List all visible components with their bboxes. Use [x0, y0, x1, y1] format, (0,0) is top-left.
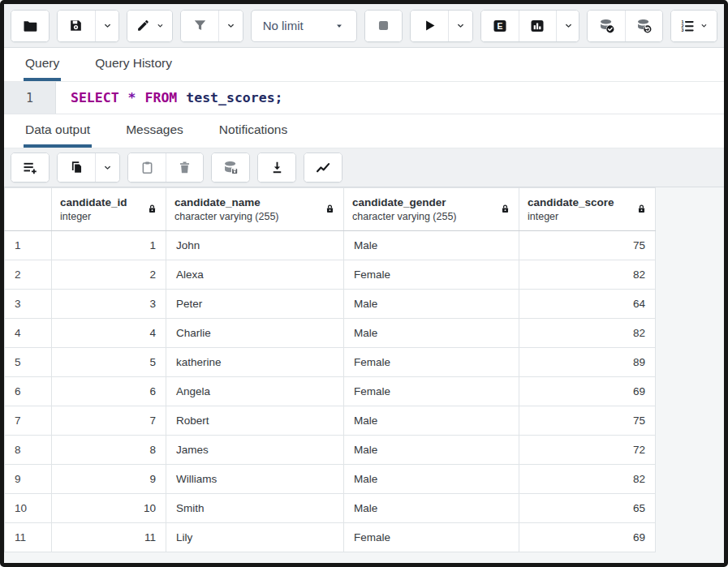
row-number-cell[interactable]: 8 [5, 436, 52, 465]
candidate-name-cell[interactable]: John [166, 231, 344, 260]
candidate-score-cell[interactable]: 69 [519, 377, 656, 406]
column-header-candidate-score[interactable]: candidate_score integer [519, 188, 656, 231]
table-row: 33PeterMale64 [5, 290, 656, 319]
candidate-score-cell[interactable]: 75 [519, 231, 656, 260]
row-number-cell[interactable]: 1 [5, 231, 52, 260]
column-header-candidate-name[interactable]: candidate_name character varying (255) [166, 188, 344, 231]
tab-query[interactable]: Query [24, 48, 61, 81]
tab-messages[interactable]: Messages [124, 114, 185, 148]
candidate-name-cell[interactable]: katherine [166, 348, 344, 377]
chevron-down-icon [226, 20, 236, 31]
candidate-gender-cell[interactable]: Female [344, 260, 519, 290]
paste-button[interactable] [128, 153, 166, 182]
candidate-score-cell[interactable]: 64 [519, 290, 656, 319]
candidate-score-cell[interactable]: 82 [519, 319, 656, 348]
execute-options-button[interactable] [448, 11, 472, 41]
candidate-gender-cell[interactable]: Male [344, 436, 519, 465]
open-file-button[interactable] [11, 11, 49, 41]
row-number-cell[interactable]: 4 [5, 319, 52, 348]
candidate-name-cell[interactable]: Williams [166, 465, 344, 494]
column-header-candidate-id[interactable]: candidate_id integer [52, 188, 166, 231]
candidate-score-cell[interactable]: 72 [519, 436, 656, 465]
candidate-id-cell[interactable]: 11 [52, 523, 166, 552]
candidate-gender-cell[interactable]: Male [344, 494, 519, 523]
row-number-cell[interactable]: 5 [5, 348, 52, 377]
candidate-name-cell[interactable]: Charlie [166, 319, 344, 348]
candidate-id-cell[interactable]: 2 [52, 260, 166, 290]
candidate-id-cell[interactable]: 3 [52, 290, 166, 319]
candidate-name-cell[interactable]: Alexa [166, 260, 344, 290]
row-number-cell[interactable]: 11 [5, 523, 52, 552]
column-name: candidate_name [174, 195, 279, 210]
row-number-cell[interactable]: 6 [5, 377, 52, 406]
copy-options-button[interactable] [95, 153, 119, 182]
filter-options-button[interactable] [218, 11, 243, 41]
candidate-id-cell[interactable]: 10 [52, 494, 166, 523]
clipboard-icon [140, 160, 155, 175]
tab-query-history[interactable]: Query History [93, 48, 174, 81]
save-button[interactable] [58, 11, 95, 41]
caret-down-icon [334, 20, 345, 32]
graph-visualiser-button[interactable] [304, 153, 342, 182]
execute-button[interactable] [411, 11, 448, 41]
candidate-gender-cell[interactable]: Male [344, 231, 519, 260]
candidate-score-cell[interactable]: 69 [519, 523, 656, 552]
candidate-id-cell[interactable]: 4 [52, 319, 166, 348]
candidate-id-cell[interactable]: 6 [52, 377, 166, 406]
candidate-name-cell[interactable]: Robert [166, 406, 344, 436]
macros-button[interactable]: 123 [671, 11, 717, 41]
candidate-name-cell[interactable]: Smith [166, 494, 344, 523]
row-limit-select[interactable]: No limit [251, 10, 357, 42]
candidate-gender-cell[interactable]: Female [344, 377, 519, 406]
edit-button[interactable] [127, 11, 172, 41]
table-row: 22AlexaFemale82 [5, 260, 656, 290]
select-all-corner[interactable] [5, 188, 52, 231]
candidate-gender-cell[interactable]: Male [344, 465, 519, 494]
candidate-id-cell[interactable]: 1 [52, 231, 166, 260]
candidate-name-cell[interactable]: Lily [166, 523, 344, 552]
candidate-id-cell[interactable]: 5 [52, 348, 166, 377]
explain-options-button[interactable] [556, 11, 580, 41]
sql-code-line[interactable]: SELECT * FROM test_scores; [56, 82, 283, 114]
candidate-score-cell[interactable]: 89 [519, 348, 656, 377]
row-number-cell[interactable]: 10 [5, 494, 52, 523]
candidate-gender-cell[interactable]: Female [344, 523, 519, 552]
candidate-id-cell[interactable]: 9 [52, 465, 166, 494]
candidate-score-cell[interactable]: 75 [519, 406, 656, 436]
add-row-button[interactable] [11, 153, 49, 182]
candidate-name-cell[interactable]: Angela [166, 377, 344, 406]
tab-notifications[interactable]: Notifications [218, 114, 289, 148]
row-number-cell[interactable]: 7 [5, 406, 52, 436]
rollback-button[interactable] [625, 11, 662, 41]
add-row-icon [22, 160, 38, 176]
candidate-score-cell[interactable]: 82 [519, 465, 656, 494]
save-results-to-file-button[interactable] [258, 153, 295, 182]
candidate-id-cell[interactable]: 7 [52, 406, 166, 436]
candidate-score-cell[interactable]: 82 [519, 260, 656, 290]
candidate-name-cell[interactable]: James [166, 436, 344, 465]
stop-button[interactable] [365, 11, 403, 41]
results-grid: candidate_id integer candidate_name char… [4, 187, 724, 563]
row-number-cell[interactable]: 3 [5, 290, 52, 319]
explain-button[interactable]: E [481, 11, 519, 41]
candidate-gender-cell[interactable]: Female [344, 348, 519, 377]
explain-analyze-button[interactable] [519, 11, 556, 41]
column-header-candidate-gender[interactable]: candidate_gender character varying (255) [344, 188, 519, 231]
commit-button[interactable] [588, 11, 625, 41]
row-number-cell[interactable]: 2 [5, 260, 52, 290]
candidate-gender-cell[interactable]: Male [344, 290, 519, 319]
sql-editor[interactable]: 1 SELECT * FROM test_scores; [4, 82, 724, 114]
filter-button[interactable] [181, 11, 218, 41]
candidate-gender-cell[interactable]: Male [344, 406, 519, 436]
tab-data-output[interactable]: Data output [24, 114, 92, 148]
candidate-id-cell[interactable]: 8 [52, 436, 166, 465]
candidate-gender-cell[interactable]: Male [344, 319, 519, 348]
rollback-icon [635, 17, 653, 34]
candidate-name-cell[interactable]: Peter [166, 290, 344, 319]
row-number-cell[interactable]: 9 [5, 465, 52, 494]
delete-button[interactable] [166, 153, 203, 182]
save-data-changes-button[interactable] [212, 153, 249, 182]
save-options-button[interactable] [95, 11, 119, 41]
candidate-score-cell[interactable]: 65 [519, 494, 656, 523]
copy-button[interactable] [58, 153, 95, 182]
